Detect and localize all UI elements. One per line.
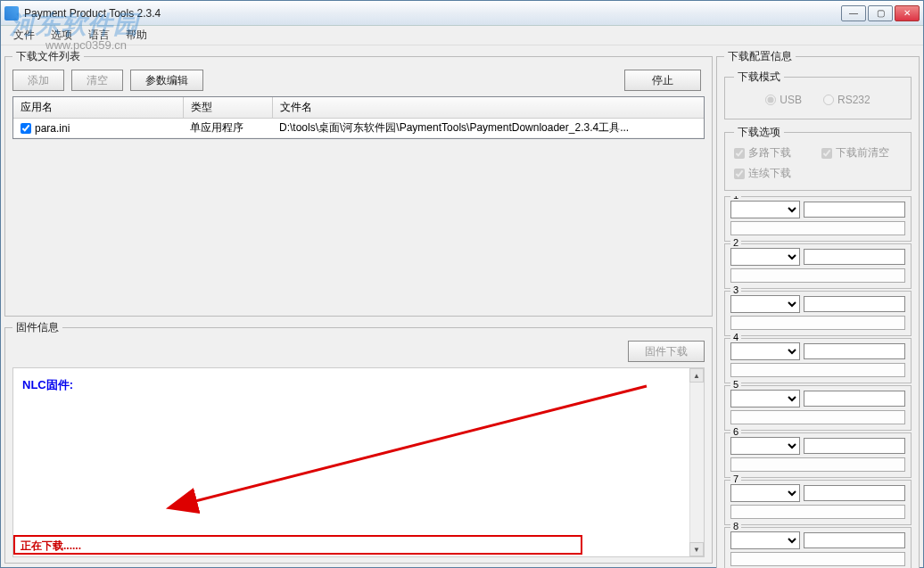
slot-select[interactable]: [730, 248, 800, 266]
slot-select[interactable]: [730, 390, 800, 407]
svg-line-1: [192, 386, 647, 502]
radio-usb[interactable]: USB: [765, 94, 802, 106]
minimize-button[interactable]: —: [841, 5, 866, 21]
slot-status: [730, 363, 905, 377]
slot-progress: [804, 438, 905, 454]
slot-progress: [804, 296, 905, 312]
config-group: 下载配置信息 下载模式 USB RS232 下载选项 多路下载 下载前清空 连续…: [716, 49, 920, 568]
window-title: Payment Product Tools 2.3.4: [24, 7, 841, 20]
slot-number: 5: [730, 379, 741, 390]
slot-status: [730, 268, 905, 283]
check-multi[interactable]: 多路下载: [734, 145, 814, 161]
annotation-arrow: [165, 377, 664, 520]
check-clear-before[interactable]: 下载前清空: [821, 145, 902, 161]
firmware-download-button[interactable]: 固件下载: [628, 341, 705, 362]
slot-number: 3: [730, 284, 741, 295]
firmware-group: 固件信息 固件下载 NLC固件: ▲ ▼: [4, 320, 713, 564]
menu-options[interactable]: 选项: [44, 26, 79, 45]
slot-status: [730, 457, 905, 472]
filelist-legend: 下载文件列表: [12, 49, 84, 64]
status-box: 正在下载......: [13, 535, 582, 555]
clear-button[interactable]: 清空: [71, 70, 123, 91]
menubar: 文件 选项 语言 帮助: [1, 26, 923, 45]
slot-select[interactable]: [730, 201, 800, 218]
scroll-down-icon[interactable]: ▼: [689, 542, 704, 556]
firmware-content: NLC固件: ▲ ▼: [12, 367, 705, 557]
slot-progress: [804, 202, 905, 218]
slot-4: 4: [724, 338, 912, 383]
config-legend: 下载配置信息: [724, 49, 796, 64]
slot-select[interactable]: [730, 531, 800, 549]
slot-progress: [804, 249, 905, 265]
menu-language[interactable]: 语言: [81, 26, 117, 45]
slot-number: 7: [730, 473, 741, 484]
slot-status: [730, 552, 905, 566]
slot-progress: [804, 391, 905, 407]
slot-progress: [804, 532, 905, 548]
slot-5: 5: [724, 385, 912, 431]
slot-status: [730, 505, 905, 519]
slot-number: 2: [730, 237, 741, 248]
maximize-button[interactable]: ▢: [868, 5, 893, 21]
mode-group: 下载模式 USB RS232: [724, 70, 912, 119]
filelist-group: 下载文件列表 添加 清空 参数编辑 停止 应用名 类型 文件名: [4, 49, 713, 317]
slot-select[interactable]: [730, 342, 800, 360]
slot-status: [730, 316, 905, 330]
slot-8: 8: [724, 527, 912, 568]
check-continuous[interactable]: 连续下载: [734, 166, 814, 181]
slot-number: 6: [730, 426, 741, 437]
slot-7: 7: [724, 480, 912, 525]
titlebar: Payment Product Tools 2.3.4 — ▢ ✕: [1, 1, 923, 26]
slot-number: 1: [730, 196, 741, 201]
slot-select[interactable]: [730, 295, 800, 313]
col-type[interactable]: 类型: [183, 97, 272, 119]
row-checkbox[interactable]: [21, 123, 31, 134]
slot-number: 8: [730, 521, 741, 531]
radio-rs232[interactable]: RS232: [823, 94, 870, 106]
menu-help[interactable]: 帮助: [119, 26, 154, 45]
row-type: 单应用程序: [183, 119, 272, 138]
slot-number: 4: [730, 332, 741, 342]
slot-3: 3: [724, 291, 912, 336]
slot-progress: [804, 343, 905, 359]
firmware-legend: 固件信息: [12, 320, 62, 335]
row-app: para.ini: [35, 122, 70, 135]
col-filename[interactable]: 文件名: [272, 97, 704, 119]
nlc-firmware-label: NLC固件:: [22, 378, 73, 391]
slot-progress: [804, 485, 905, 501]
slot-1: 1: [724, 196, 912, 242]
slot-2: 2: [724, 243, 912, 289]
options-legend: 下载选项: [734, 125, 784, 140]
app-icon: [4, 6, 19, 21]
close-button[interactable]: ✕: [895, 5, 920, 21]
scroll-up-icon[interactable]: ▲: [689, 368, 704, 383]
slot-status: [730, 221, 905, 235]
slot-6: 6: [724, 432, 912, 478]
scrollbar[interactable]: ▲ ▼: [689, 368, 704, 556]
file-table[interactable]: 应用名 类型 文件名 para.ini 单应用程序 D:\tools\桌面\河东…: [12, 96, 705, 139]
stop-button[interactable]: 停止: [624, 70, 701, 91]
params-button[interactable]: 参数编辑: [130, 70, 203, 91]
col-app[interactable]: 应用名: [13, 97, 183, 119]
mode-legend: 下载模式: [734, 70, 784, 85]
menu-file[interactable]: 文件: [6, 26, 42, 45]
add-button[interactable]: 添加: [12, 70, 64, 91]
table-row[interactable]: para.ini 单应用程序 D:\tools\桌面\河东软件园\Payment…: [13, 119, 704, 138]
slot-status: [730, 410, 905, 424]
options-group: 下载选项 多路下载 下载前清空 连续下载: [724, 125, 912, 191]
slot-select[interactable]: [730, 484, 800, 502]
row-filename: D:\tools\桌面\河东软件园\PaymentTools\PaymentDo…: [272, 119, 704, 138]
slot-select[interactable]: [730, 437, 800, 455]
status-text: 正在下载......: [21, 539, 81, 552]
